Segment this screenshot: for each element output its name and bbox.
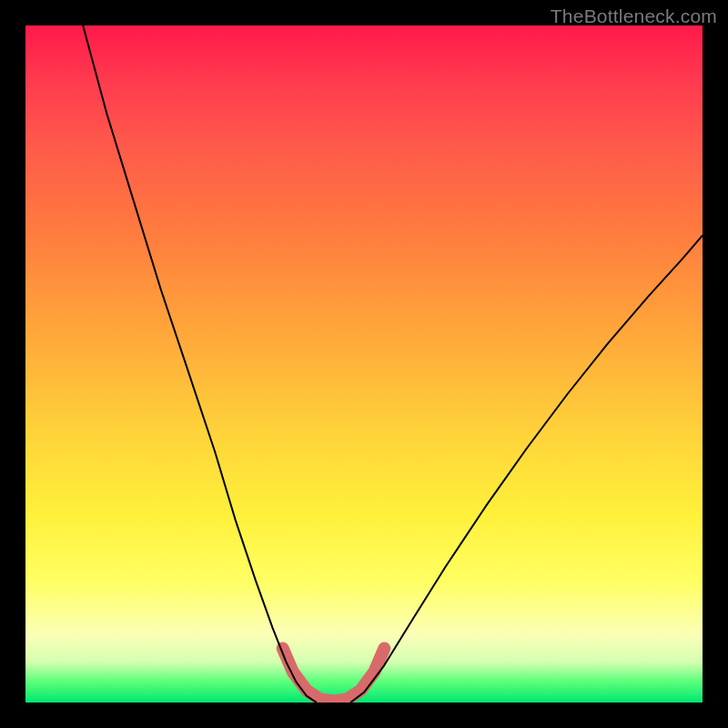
series-bottom-u-highlight xyxy=(283,649,385,702)
series-left-curve xyxy=(83,25,317,703)
chart-frame: TheBottleneck.com xyxy=(0,0,728,728)
watermark-text: TheBottleneck.com xyxy=(551,5,717,27)
plot-area xyxy=(25,25,703,703)
series-right-curve xyxy=(350,236,703,703)
chart-svg xyxy=(25,25,703,703)
